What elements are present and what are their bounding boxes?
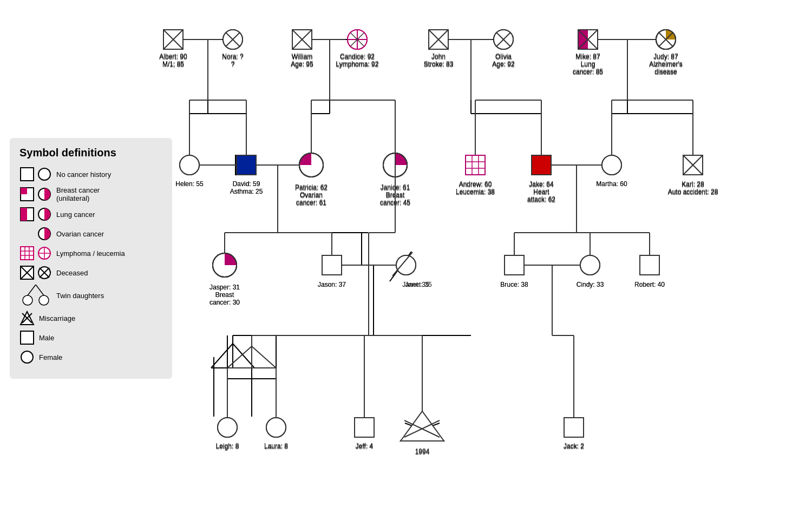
svg-text:Lung: Lung: [581, 61, 595, 69]
jeff: Jeff: 4: [355, 335, 374, 451]
svg-text:Alzheimer's: Alzheimer's: [649, 61, 683, 69]
svg-text:Mike: 87: Mike: 87: [575, 54, 600, 61]
svg-rect-141: [322, 255, 342, 275]
svg-point-88: [180, 155, 199, 175]
svg-rect-91: [235, 155, 255, 175]
albert: Albert: 90 M/1; 85: [159, 30, 187, 69]
william: William Age: 95: [291, 30, 313, 69]
mike: Mike: 87 Lung cancer: 85: [573, 30, 603, 76]
jack: Jack: 2: [564, 335, 584, 451]
svg-text:Helen: 55: Helen: 55: [175, 180, 204, 188]
svg-text:Bruce: 38: Bruce: 38: [500, 281, 528, 288]
svg-rect-158: [640, 255, 659, 275]
svg-text:Janice: 61: Janice: 61: [381, 183, 410, 191]
svg-text:cancer: 45: cancer: 45: [380, 199, 410, 206]
svg-rect-151: [505, 255, 524, 275]
miscarriage-1994: 1994: [401, 335, 444, 456]
svg-text:Jake: 64: Jake: 64: [529, 181, 554, 189]
olivia: Olivia Age: 92: [492, 30, 515, 69]
svg-text:Asthma: 25: Asthma: 25: [230, 188, 263, 195]
svg-text:Breast: Breast: [215, 291, 234, 299]
svg-text:Karl: 28: Karl: 28: [682, 181, 704, 189]
svg-text:Andrew: 60: Andrew: 60: [459, 181, 492, 189]
svg-point-121: [602, 155, 621, 175]
svg-rect-64: [578, 30, 588, 49]
svg-text:Martha: 60: Martha: 60: [596, 180, 627, 188]
albert-detail: M/1; 85: [162, 61, 184, 69]
bruce: Bruce: 38: [500, 233, 528, 288]
david: David: 59 Asthma: 25: [230, 114, 263, 195]
albert-label: Albert: 90: [159, 54, 187, 61]
janet: Janet: 35: [342, 233, 429, 288]
svg-text:Robert: 40: Robert: 40: [634, 281, 665, 288]
svg-text:Jason: 37: Jason: 37: [318, 281, 346, 288]
svg-text:John: John: [431, 54, 446, 61]
karl: Karl: 28 Auto accident: 28: [668, 114, 718, 196]
svg-point-154: [580, 255, 600, 275]
svg-text:Auto accident: 28: Auto accident: 28: [668, 189, 718, 196]
svg-text:Jack: 2: Jack: 2: [564, 443, 584, 451]
svg-text:Leigh: 8: Leigh: 8: [216, 443, 239, 451]
candice: Candice: 92 Lymphoma: 92: [336, 30, 379, 69]
robert: Robert: 40: [634, 233, 665, 288]
svg-text:Lymphoma: 92: Lymphoma: 92: [336, 61, 379, 69]
svg-text:disease: disease: [654, 69, 677, 76]
svg-text:William: William: [292, 54, 313, 61]
svg-text:cancer: 85: cancer: 85: [573, 69, 603, 76]
svg-point-176: [266, 418, 286, 437]
svg-text:Janet: 35: Janet: 35: [402, 281, 429, 288]
svg-text:Laura: 8: Laura: 8: [264, 443, 288, 451]
svg-text:Patricia: 62: Patricia: 62: [295, 183, 328, 191]
svg-text:Leucemia: 38: Leucemia: 38: [456, 189, 495, 196]
cindy: Cindy: 33: [577, 233, 604, 288]
svg-text:Stroke: 83: Stroke: 83: [424, 61, 454, 69]
judy: Judy: 87 Alzheimer's disease: [649, 30, 683, 76]
svg-text:Cindy: 33: Cindy: 33: [577, 281, 604, 288]
svg-rect-194: [564, 418, 584, 437]
helen: Helen: 55: [175, 114, 204, 188]
svg-text:Jeff: 4: Jeff: 4: [356, 443, 374, 451]
svg-text:Olivia: Olivia: [495, 54, 512, 61]
nora: Nora: ? ?: [222, 30, 244, 69]
john: John Stroke: 83: [424, 30, 454, 69]
svg-text:attack: 62: attack: 62: [527, 196, 555, 204]
svg-text:cancer: 61: cancer: 61: [296, 199, 326, 206]
jason: Jason: 37: [318, 233, 346, 288]
svg-text:cancer: 30: cancer: 30: [209, 299, 240, 306]
svg-text:Candice: 92: Candice: 92: [340, 54, 375, 61]
svg-point-173: [218, 418, 237, 437]
svg-rect-108: [466, 155, 485, 175]
svg-text:Heart: Heart: [533, 189, 549, 196]
andrew: Andrew: 60 Leucemia: 38: [456, 114, 495, 196]
janice: Janice: 61 Breast cancer: 45: [380, 153, 410, 206]
svg-rect-183: [355, 418, 374, 437]
pedigree-diagram: text { font-family: Arial, sans-serif; f…: [0, 0, 812, 514]
svg-text:Age: 92: Age: 92: [492, 61, 515, 69]
svg-text:Jasper: 31: Jasper: 31: [209, 284, 240, 291]
svg-text:Breast: Breast: [386, 191, 405, 199]
svg-text:Nora: ?: Nora: ?: [222, 54, 244, 61]
svg-text:Judy: 87: Judy: 87: [653, 54, 678, 61]
martha: Martha: 60: [596, 114, 627, 188]
jasper: Jasper: 31 Breast cancer: 30: [209, 233, 240, 306]
svg-text:1994: 1994: [415, 449, 430, 456]
svg-text:Age: 95: Age: 95: [291, 61, 313, 69]
patricia: Patricia: 62 Ovarian cancer: 61: [295, 114, 328, 206]
svg-text:Ovarian: Ovarian: [300, 191, 323, 199]
svg-text:?: ?: [231, 61, 235, 69]
jake: Jake: 64 Heart attack: 62: [527, 114, 555, 204]
svg-rect-116: [532, 155, 551, 175]
svg-text:David: 59: David: 59: [233, 180, 260, 188]
